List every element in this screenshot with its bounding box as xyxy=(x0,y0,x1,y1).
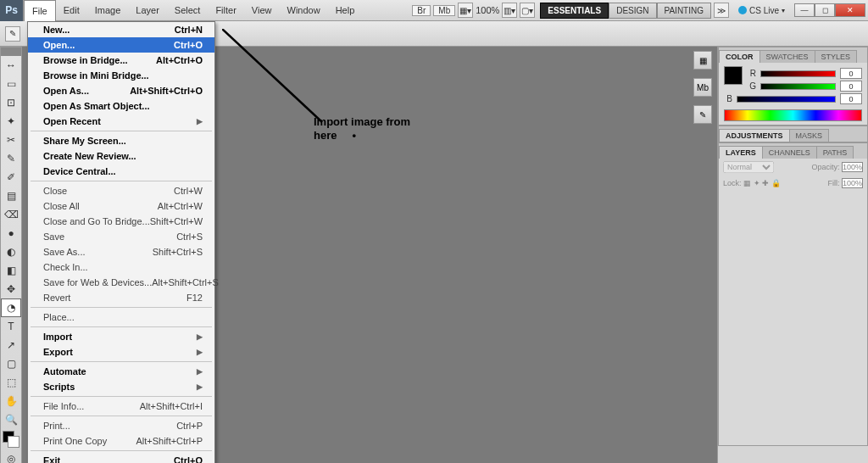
tab-channels[interactable]: CHANNELS xyxy=(762,146,817,159)
lock-px-icon[interactable]: ✚ xyxy=(762,179,769,187)
value-r[interactable]: 0 xyxy=(840,68,862,79)
tool-2[interactable]: ⊡ xyxy=(1,93,21,112)
fill-value[interactable]: 100% xyxy=(842,178,863,188)
current-color-swatch[interactable] xyxy=(724,66,743,85)
btn-mb[interactable]: Mb xyxy=(433,5,455,16)
tool-7[interactable]: ▤ xyxy=(1,187,21,205)
filemenu-share-my-screen[interactable]: Share My Screen... xyxy=(28,133,214,148)
filemenu-device-central[interactable]: Device Central... xyxy=(28,164,214,179)
filemenu-create-new-review[interactable]: Create New Review... xyxy=(28,148,214,164)
tool-11[interactable]: ◧ xyxy=(1,261,21,280)
filemenu-automate[interactable]: Automate▶ xyxy=(28,364,214,379)
brush-icon[interactable]: ✎ xyxy=(693,105,712,124)
filemenu-place[interactable]: Place... xyxy=(28,310,214,325)
tool-9[interactable]: ● xyxy=(1,224,21,243)
menu-layer[interactable]: Layer xyxy=(128,0,167,21)
quickmask-icon[interactable]: ◎ xyxy=(1,449,21,463)
tool-5[interactable]: ✎ xyxy=(1,149,21,168)
tool-3[interactable]: ✦ xyxy=(1,112,21,131)
filemenu-save[interactable]: SaveCtrl+S xyxy=(28,229,214,244)
filemenu-save-as[interactable]: Save As...Shift+Ctrl+S xyxy=(28,244,214,259)
menu-window[interactable]: Window xyxy=(280,0,328,21)
filemenu-scripts[interactable]: Scripts▶ xyxy=(28,379,214,394)
filemenu-open-recent[interactable]: Open Recent▶ xyxy=(28,114,214,129)
filemenu-close-and-go-to-bridge[interactable]: Close and Go To Bridge...Shift+Ctrl+W xyxy=(28,214,214,229)
filemenu-new[interactable]: New...Ctrl+N xyxy=(28,22,214,37)
filemenu-print[interactable]: Print...Ctrl+P xyxy=(28,418,214,433)
filemenu-revert[interactable]: RevertF12 xyxy=(28,290,214,305)
tab-color[interactable]: COLOR xyxy=(719,50,760,63)
tool-preset-icon[interactable]: ✎ xyxy=(5,26,20,42)
tool-17[interactable]: ⬚ xyxy=(1,373,21,392)
tool-15[interactable]: ↗ xyxy=(1,336,21,354)
layers-list[interactable] xyxy=(719,191,867,445)
menu-file[interactable]: File xyxy=(24,0,56,21)
filemenu-exit[interactable]: ExitCtrl+Q xyxy=(28,453,214,463)
slider-g[interactable] xyxy=(760,83,836,90)
tab-styles[interactable]: STYLES xyxy=(815,50,858,63)
tool-18[interactable]: ✋ xyxy=(1,392,21,410)
tool-8[interactable]: ⌫ xyxy=(1,205,21,224)
tool-13[interactable]: ◔ xyxy=(1,298,21,317)
tool-19[interactable]: 🔍 xyxy=(1,410,21,429)
filemenu-browse-in-bridge[interactable]: Browse in Bridge...Alt+Ctrl+O xyxy=(28,53,214,68)
filemenu-close[interactable]: CloseCtrl+W xyxy=(28,183,214,198)
filemenu-check-in[interactable]: Check In... xyxy=(28,259,214,275)
menu-image[interactable]: Image xyxy=(87,0,129,21)
minimize-button[interactable]: — xyxy=(794,3,815,17)
tool-10[interactable]: ◐ xyxy=(1,243,21,261)
filemenu-browse-in-mini-bridge[interactable]: Browse in Mini Bridge... xyxy=(28,68,214,83)
menu-help[interactable]: Help xyxy=(328,0,363,21)
value-b[interactable]: 0 xyxy=(840,93,862,104)
filemenu-import[interactable]: Import▶ xyxy=(28,329,214,344)
btn-br[interactable]: Br xyxy=(412,5,431,16)
spectrum-bar[interactable] xyxy=(724,109,862,121)
menu-view[interactable]: View xyxy=(244,0,280,21)
tool-12[interactable]: ✥ xyxy=(1,280,21,298)
tool-1[interactable]: ▭ xyxy=(1,75,21,93)
workspace-design[interactable]: DESIGN xyxy=(609,3,656,19)
tab-layers[interactable]: LAYERS xyxy=(719,146,763,159)
tool-14[interactable]: T xyxy=(1,317,21,336)
tab-masks[interactable]: MASKS xyxy=(789,129,830,142)
lock-all-icon[interactable]: ▦ xyxy=(743,179,751,187)
menu-select[interactable]: Select xyxy=(167,0,209,21)
tab-swatches[interactable]: SWATCHES xyxy=(760,50,815,63)
tool-6[interactable]: ✐ xyxy=(1,168,21,187)
cslive-button[interactable]: CS Live▾ xyxy=(738,6,785,15)
filemenu-close-all[interactable]: Close AllAlt+Ctrl+W xyxy=(28,198,214,214)
toolbox-grip[interactable] xyxy=(1,47,21,56)
tab-adjustments[interactable]: ADJUSTMENTS xyxy=(719,129,790,142)
zoom-readout[interactable]: 100% xyxy=(476,5,499,15)
history-icon[interactable]: ▦ xyxy=(693,51,712,70)
opacity-value[interactable]: 100% xyxy=(842,162,863,172)
tab-paths[interactable]: PATHS xyxy=(816,146,854,159)
filemenu-export[interactable]: Export▶ xyxy=(28,344,214,360)
maximize-button[interactable]: ◻ xyxy=(815,3,835,17)
value-g[interactable]: 0 xyxy=(840,81,862,92)
filemenu-save-for-web-devices[interactable]: Save for Web & Devices...Alt+Shift+Ctrl+… xyxy=(28,275,214,290)
tool-16[interactable]: ▢ xyxy=(1,354,21,373)
arrange-icon[interactable]: ▥▾ xyxy=(502,3,517,18)
menu-filter[interactable]: Filter xyxy=(208,0,243,21)
blend-mode-select[interactable]: Normal xyxy=(723,161,774,173)
workspace-more-icon[interactable]: ≫ xyxy=(714,3,729,18)
screen-mode-icon[interactable]: ▦▾ xyxy=(458,3,473,18)
screenmode2-icon[interactable]: ▢▾ xyxy=(520,3,535,18)
color-swatch[interactable] xyxy=(1,429,21,449)
close-button[interactable]: ✕ xyxy=(835,3,865,17)
filemenu-open-as[interactable]: Open As...Alt+Shift+Ctrl+O xyxy=(28,83,214,98)
tool-4[interactable]: ✂ xyxy=(1,131,21,149)
lock-icon[interactable]: 🔒 xyxy=(771,179,781,187)
filemenu-print-one-copy[interactable]: Print One CopyAlt+Shift+Ctrl+P xyxy=(28,433,214,449)
workspace-painting[interactable]: PAINTING xyxy=(657,3,711,19)
filemenu-open[interactable]: Open...Ctrl+O xyxy=(28,37,214,53)
slider-b[interactable] xyxy=(737,96,836,103)
slider-r[interactable] xyxy=(760,70,836,77)
tool-0[interactable]: ↔ xyxy=(1,56,21,75)
workspace-essentials[interactable]: ESSENTIALS xyxy=(540,3,609,19)
minibridge-icon[interactable]: Mb xyxy=(693,78,712,97)
lock-pos-icon[interactable]: ✦ xyxy=(754,179,760,187)
background-swatch[interactable] xyxy=(8,436,19,448)
menu-edit[interactable]: Edit xyxy=(56,0,87,21)
